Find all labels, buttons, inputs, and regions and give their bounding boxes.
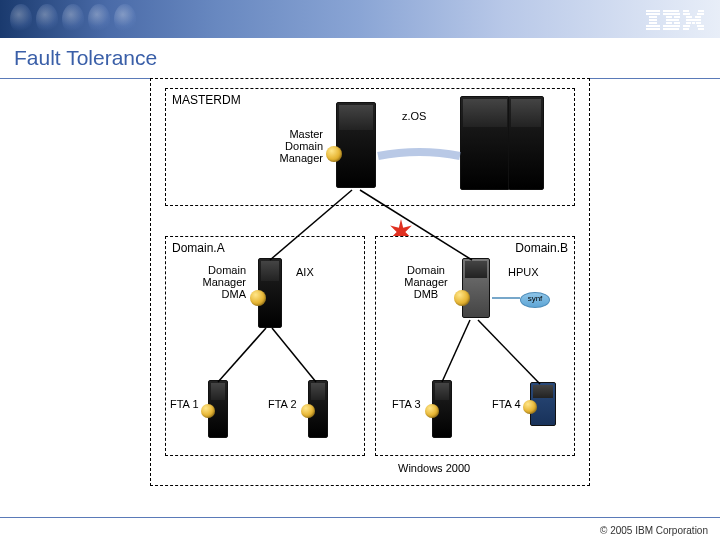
- svg-rect-29: [698, 28, 704, 30]
- svg-rect-14: [663, 25, 680, 27]
- synf-label: synf: [520, 294, 550, 303]
- masterdm-label: MASTERDM: [172, 93, 241, 107]
- svg-rect-18: [683, 13, 690, 15]
- svg-rect-24: [692, 22, 695, 24]
- svg-rect-8: [663, 13, 680, 15]
- svg-rect-12: [666, 22, 672, 24]
- svg-rect-5: [646, 25, 660, 27]
- decorative-dots: [10, 4, 136, 34]
- master-manager-label: Master Domain Manager: [263, 128, 323, 164]
- domaina-label: Domain.A: [172, 241, 225, 255]
- svg-rect-1: [646, 13, 660, 15]
- svg-rect-10: [674, 16, 680, 18]
- dmb-orb-icon: [454, 290, 470, 306]
- svg-rect-19: [697, 13, 704, 15]
- svg-rect-17: [698, 10, 704, 12]
- svg-rect-27: [697, 25, 704, 27]
- windows-label: Windows 2000: [398, 462, 470, 474]
- svg-rect-22: [686, 19, 701, 21]
- svg-rect-21: [695, 16, 701, 18]
- copyright: © 2005 IBM Corporation: [600, 525, 708, 536]
- dmb-server-icon: [462, 258, 490, 318]
- svg-rect-25: [696, 22, 701, 24]
- dma-label: Domain Manager DMA: [190, 264, 246, 300]
- svg-rect-6: [646, 28, 660, 30]
- fta2-label: FTA 2: [268, 398, 297, 410]
- page-title: Fault Tolerance: [0, 38, 720, 79]
- svg-rect-13: [674, 22, 680, 24]
- svg-rect-26: [683, 25, 690, 27]
- svg-rect-4: [649, 22, 657, 24]
- fta4-orb-icon: [523, 400, 537, 414]
- hpux-label: HPUX: [508, 266, 539, 278]
- svg-rect-15: [663, 28, 679, 30]
- diagram-canvas: MASTERDM Master Domain Manager z.OS Doma…: [0, 78, 720, 518]
- ibm-logo: [646, 10, 704, 30]
- zos-server-icon: [460, 96, 510, 190]
- fta1-label: FTA 1: [170, 398, 199, 410]
- dma-orb-icon: [250, 290, 266, 306]
- svg-rect-9: [666, 16, 672, 18]
- fta1-orb-icon: [201, 404, 215, 418]
- domainb-label: Domain.B: [515, 241, 568, 255]
- aix-label: AIX: [296, 266, 314, 278]
- svg-rect-28: [683, 28, 689, 30]
- fta3-label: FTA 3: [392, 398, 421, 410]
- master-orb-icon: [326, 146, 342, 162]
- zos-label: z.OS: [402, 110, 426, 122]
- svg-rect-7: [663, 10, 679, 12]
- svg-rect-2: [649, 16, 657, 18]
- title-bar: [0, 0, 720, 38]
- svg-rect-11: [666, 19, 679, 21]
- svg-rect-23: [686, 22, 691, 24]
- zos-server-icon-2: [508, 96, 544, 190]
- dmb-label: Domain Manager DMB: [398, 264, 454, 300]
- master-server-icon: [336, 102, 376, 188]
- fta4-label: FTA 4: [492, 398, 521, 410]
- svg-rect-0: [646, 10, 660, 12]
- fta3-orb-icon: [425, 404, 439, 418]
- svg-rect-3: [649, 19, 657, 21]
- svg-rect-20: [686, 16, 692, 18]
- fta2-orb-icon: [301, 404, 315, 418]
- svg-rect-16: [683, 10, 689, 12]
- footer-rule: [0, 517, 720, 518]
